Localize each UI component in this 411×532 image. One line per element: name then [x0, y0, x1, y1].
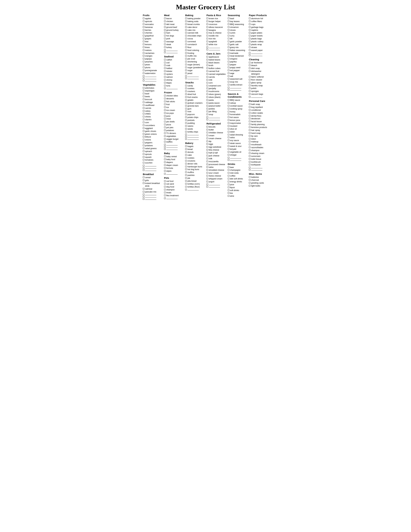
checkbox[interactable]	[143, 93, 144, 94]
checkbox[interactable]	[185, 102, 187, 104]
checkbox[interactable]	[228, 142, 229, 144]
checkbox[interactable]	[185, 131, 187, 133]
checkbox[interactable]	[143, 119, 144, 120]
checkbox[interactable]	[143, 139, 144, 140]
checkbox[interactable]	[228, 175, 229, 177]
checkbox[interactable]	[228, 35, 229, 37]
checkbox[interactable]	[164, 129, 166, 131]
blank-checkbox[interactable]	[185, 136, 187, 138]
checkbox[interactable]	[228, 116, 229, 118]
checkbox[interactable]	[249, 38, 251, 39]
checkbox[interactable]	[228, 148, 229, 150]
checkbox[interactable]	[185, 114, 187, 115]
checkbox[interactable]	[228, 69, 229, 71]
checkbox[interactable]	[228, 32, 229, 34]
checkbox[interactable]	[143, 61, 144, 62]
checkbox[interactable]	[249, 23, 251, 25]
checkbox[interactable]	[185, 44, 187, 45]
blank-checkbox[interactable]	[249, 169, 251, 171]
checkbox[interactable]	[228, 154, 229, 156]
checkbox[interactable]	[164, 29, 166, 31]
blank-checkbox[interactable]	[164, 173, 166, 175]
checkbox[interactable]	[249, 93, 251, 95]
checkbox[interactable]	[143, 95, 144, 97]
checkbox[interactable]	[164, 186, 166, 188]
checkbox[interactable]	[228, 99, 229, 101]
blank-checkbox[interactable]	[185, 189, 187, 190]
checkbox[interactable]	[185, 66, 187, 68]
checkbox[interactable]	[185, 20, 187, 22]
checkbox[interactable]	[228, 128, 229, 130]
checkbox[interactable]	[228, 75, 229, 77]
checkbox[interactable]	[143, 41, 144, 42]
checkbox[interactable]	[228, 139, 229, 141]
checkbox[interactable]	[206, 99, 208, 101]
checkbox[interactable]	[164, 41, 166, 42]
checkbox[interactable]	[185, 41, 187, 42]
checkbox[interactable]	[206, 70, 208, 72]
checkbox[interactable]	[228, 125, 229, 127]
checkbox[interactable]	[228, 151, 229, 153]
checkbox[interactable]	[143, 58, 144, 59]
checkbox[interactable]	[185, 85, 187, 86]
checkbox[interactable]	[164, 59, 166, 60]
checkbox[interactable]	[164, 18, 166, 19]
checkbox[interactable]	[143, 101, 144, 103]
checkbox[interactable]	[206, 82, 208, 84]
checkbox[interactable]	[185, 166, 187, 167]
checkbox[interactable]	[143, 32, 144, 34]
checkbox[interactable]	[228, 29, 229, 31]
checkbox[interactable]	[228, 52, 229, 54]
checkbox[interactable]	[143, 159, 144, 161]
checkbox[interactable]	[164, 38, 166, 39]
checkbox[interactable]	[228, 81, 229, 83]
checkbox[interactable]	[206, 18, 208, 19]
checkbox[interactable]	[185, 87, 187, 89]
checkbox[interactable]	[206, 105, 208, 106]
checkbox[interactable]	[206, 56, 208, 57]
checkbox[interactable]	[249, 18, 251, 19]
checkbox[interactable]	[206, 138, 208, 139]
checkbox[interactable]	[185, 52, 187, 54]
blank-checkbox[interactable]	[143, 198, 144, 200]
checkbox[interactable]	[249, 182, 251, 184]
checkbox[interactable]	[249, 109, 251, 111]
checkbox[interactable]	[249, 179, 251, 181]
checkbox[interactable]	[206, 23, 208, 25]
checkbox[interactable]	[249, 135, 251, 137]
checkbox[interactable]	[249, 141, 251, 142]
checkbox[interactable]	[249, 47, 251, 48]
checkbox[interactable]	[185, 69, 187, 71]
checkbox[interactable]	[164, 44, 166, 45]
checkbox[interactable]	[228, 58, 229, 59]
checkbox[interactable]	[206, 102, 208, 104]
checkbox[interactable]	[185, 148, 187, 150]
checkbox[interactable]	[249, 150, 251, 151]
checkbox[interactable]	[164, 195, 166, 196]
blank-checkbox[interactable]	[143, 169, 144, 171]
checkbox[interactable]	[206, 93, 208, 95]
checkbox[interactable]	[185, 171, 187, 173]
checkbox[interactable]	[228, 26, 229, 28]
checkbox[interactable]	[228, 166, 229, 168]
checkbox[interactable]	[164, 82, 166, 84]
blank-checkbox[interactable]	[143, 165, 144, 166]
checkbox[interactable]	[206, 85, 208, 86]
checkbox[interactable]	[249, 185, 251, 187]
checkbox[interactable]	[185, 90, 187, 92]
checkbox[interactable]	[164, 104, 166, 105]
checkbox[interactable]	[228, 61, 229, 62]
checkbox[interactable]	[164, 62, 166, 63]
checkbox[interactable]	[249, 155, 251, 157]
checkbox[interactable]	[143, 180, 144, 181]
checkbox[interactable]	[249, 118, 251, 119]
checkbox[interactable]	[164, 85, 166, 86]
checkbox[interactable]	[143, 69, 144, 71]
blank-checkbox[interactable]	[249, 52, 251, 54]
checkbox[interactable]	[249, 67, 251, 69]
checkbox[interactable]	[206, 41, 208, 42]
checkbox[interactable]	[185, 23, 187, 25]
checkbox[interactable]	[249, 176, 251, 178]
blank-checkbox[interactable]	[164, 49, 166, 51]
checkbox[interactable]	[143, 55, 144, 57]
